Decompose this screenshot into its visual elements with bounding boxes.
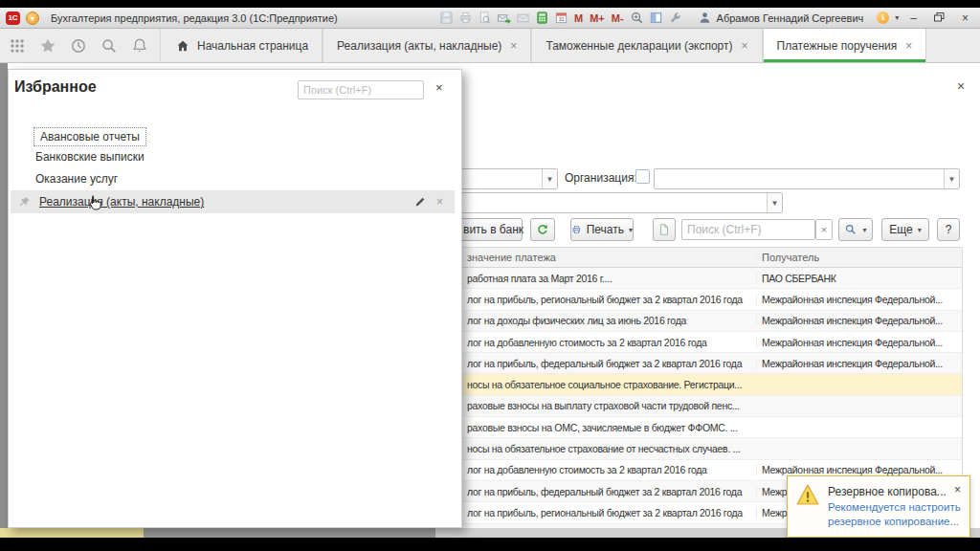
secondary-filter-field[interactable]: ▼ [412,192,783,213]
cell-purpose[interactable]: лог на прибыль, федеральный бюджет за 2 … [462,358,756,369]
table-header[interactable]: значение платежа Получатель [462,247,962,268]
print-icon[interactable] [457,11,474,26]
help-button[interactable]: ? [937,218,960,241]
user-name: Абрамов Геннадий Сергеевич [717,12,864,24]
cell-recipient[interactable]: Межрайонная инспекция Федеральной... [756,464,962,475]
cell-recipient[interactable]: Межрайонная инспекция Федеральной... [756,337,962,348]
tab-1[interactable]: Реализация (акты, накладные)× [323,29,531,62]
service-menu-icon[interactable]: ▾ [26,11,39,25]
star-icon[interactable] [38,36,56,55]
close-icon[interactable]: × [957,78,965,94]
bell-icon[interactable] [130,36,148,55]
table-row[interactable]: носы на обязательное социальное страхова… [462,374,962,395]
table-row[interactable]: раховые взносы на ОМС, зачисляемые в бюд… [462,417,962,438]
column-header-purpose[interactable]: значение платежа [462,252,756,263]
close-window-button[interactable]: × [956,9,974,28]
more-label: Еще [889,223,912,236]
refresh-button[interactable] [530,218,555,241]
history-icon[interactable] [69,36,87,55]
calculator-icon[interactable] [534,11,550,26]
titlebar-toolbar: 31MM+M- [438,11,683,26]
remove-favorite-icon[interactable]: × [436,195,443,209]
calendar-icon[interactable]: 31 [553,11,569,26]
document-register-button[interactable] [653,218,676,241]
memory-subtract-label[interactable]: M- [610,12,626,24]
table-row[interactable]: лог на добавленную стоимость за 2 кварта… [462,332,962,353]
print-preview-icon[interactable] [477,11,493,26]
zoom-in-icon[interactable] [629,11,645,26]
panel-icons [0,29,160,62]
cell-purpose[interactable]: носы на обязательное страхование от несч… [462,443,756,454]
cell-recipient[interactable]: Межрайонная инспекция Федеральной... [756,315,962,326]
1c-logo-icon: 1С [6,11,20,25]
close-tab-icon[interactable]: × [742,39,748,53]
cell-purpose[interactable]: носы на обязательное социальное страхова… [462,379,756,390]
search-input[interactable] [681,219,815,240]
table-row[interactable]: работная плата за Март 2016 г....ПАО СБЕ… [462,268,962,289]
close-icon[interactable]: × [954,483,961,496]
chevron-down-icon[interactable]: ▼ [542,169,557,188]
favorites-item-link[interactable]: Реализация (акты, накладные) [39,195,204,209]
advanced-search-button[interactable]: ▾ [838,218,873,241]
favorites-item-1[interactable]: Банковские выписки [35,150,145,164]
backup-notification: Резервное копирова... × Рекомендуется на… [787,475,970,538]
table-row[interactable]: лог на прибыль, федеральный бюджет за 2 … [462,353,962,374]
search-icon[interactable] [100,36,118,55]
user-box[interactable]: Абрамов Геннадий Сергеевич [697,11,864,26]
tab-2[interactable]: Таможенные декларации (экспорт)× [531,29,762,62]
cell-purpose[interactable]: лог на прибыль, федеральный бюджет за 2 … [462,486,756,497]
chevron-down-icon[interactable]: ▾ [895,13,899,22]
cell-purpose[interactable]: лог на доходы физических лиц за июнь 201… [462,315,756,326]
table-row[interactable]: лог на доходы физических лиц за июнь 201… [462,311,962,332]
column-header-recipient[interactable]: Получатель [756,252,962,263]
save-icon[interactable] [438,11,455,26]
print-button[interactable]: Печать ▾ [570,218,634,241]
clear-search-icon[interactable]: × [815,219,833,240]
pin-icon[interactable] [18,195,32,209]
cell-purpose[interactable]: раховые взносы на ОМС, зачисляемые в бюд… [462,422,756,433]
favorites-item-2[interactable]: Оказание услуг [35,172,118,186]
setup-backup-link[interactable]: Рекомендуется настроить [828,501,961,513]
cell-recipient[interactable]: Межрайонная инспекция Федеральной... [756,294,962,305]
favorites-item-0[interactable]: Авансовые отчеты [33,127,146,146]
cell-purpose[interactable]: раховые взносы на выплату страховой част… [462,400,756,411]
close-tab-icon[interactable]: × [510,39,517,53]
cell-purpose[interactable]: лог на добавленную стоимость за 2 кварта… [462,337,756,348]
columns-icon[interactable] [648,11,664,26]
cell-recipient[interactable]: ПАО СБЕРБАНК [756,273,962,284]
cell-recipient[interactable]: Межрайонная инспекция Федеральной... [756,358,962,369]
restore-button[interactable] [928,9,950,28]
chevron-down-icon[interactable]: ▼ [767,193,782,212]
svg-text:31: 31 [558,16,564,22]
info-icon[interactable]: i [877,11,889,24]
table-row[interactable]: лог на прибыль, региональный бюджет за 2… [462,289,962,310]
organization-checkbox[interactable] [635,169,650,184]
cell-purpose[interactable]: лог на добавленную стоимость за 2 кварта… [462,464,756,475]
chevron-down-icon[interactable]: ▼ [944,169,959,188]
tab-3[interactable]: Платежные поручения× [763,29,927,62]
cell-purpose[interactable]: работная плата за Март 2016 г.... [462,273,756,284]
cell-purpose[interactable]: лог на прибыль, региональный бюджет за 2… [462,294,756,305]
table-row[interactable]: носы на обязательное страхование от несч… [462,438,962,459]
favorites-item-hovered[interactable]: Реализация (акты, накладные)× [11,190,455,213]
memory-store-label[interactable]: M [572,12,585,24]
organization-field[interactable]: ▼ [654,168,960,189]
memory-add-label[interactable]: M+ [588,12,607,24]
setup-backup-link-line2[interactable]: резервное копирование... [828,516,959,527]
close-tab-icon[interactable]: × [905,39,912,53]
close-icon[interactable]: × [435,80,443,95]
apps-grid-icon[interactable] [8,36,26,55]
tab-0[interactable]: Начальная страница [160,29,323,62]
notification-title: Резервное копирова... [828,485,947,498]
tab-bar: Начальная страницаРеализация (акты, накл… [0,29,980,63]
favorites-search-input[interactable] [298,80,424,99]
minimize-button[interactable]: – [904,9,923,28]
cell-purpose[interactable]: лог на прибыль, региональный бюджет за 2… [462,507,756,518]
more-button[interactable]: Еще ▾ [881,218,929,241]
mail-send-icon[interactable] [496,11,512,26]
table-row[interactable]: раховые взносы на выплату страховой част… [462,396,962,417]
mail-icon[interactable] [515,11,531,26]
refresh-icon [536,223,549,236]
settings-wrench-icon[interactable] [667,11,683,26]
pencil-icon[interactable] [413,195,427,209]
